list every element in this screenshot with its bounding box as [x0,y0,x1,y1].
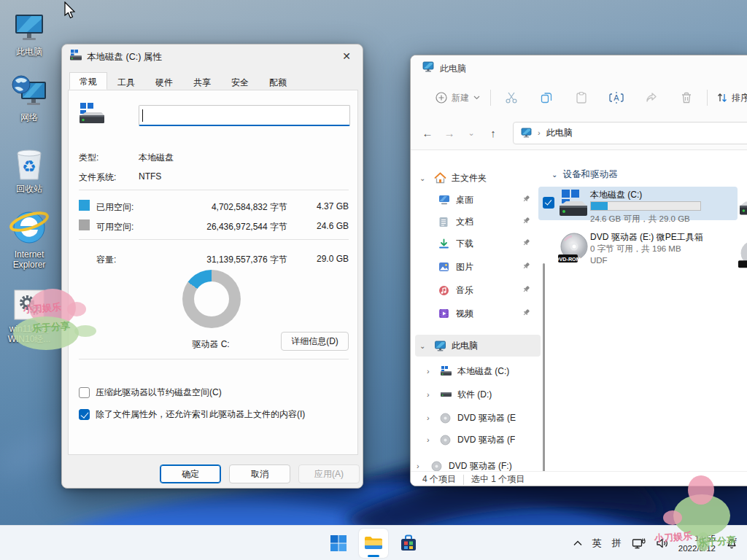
start-button[interactable] [324,529,353,558]
tab-sharing[interactable]: 共享 [183,73,221,90]
volume-icon[interactable] [651,529,674,558]
ok-button[interactable]: 确定 [160,464,221,483]
compress-checkbox[interactable] [79,387,90,398]
network-icon[interactable] [627,529,651,558]
explorer-status-bar: 4 个项目 选中 1 个项目 [411,471,747,486]
taskbar-file-explorer-button[interactable] [359,529,388,558]
sidebar-item-dvd-f[interactable]: › DVD 驱动器 (F [411,429,546,451]
sidebar-scrollbar[interactable] [543,263,545,471]
volume-label-input[interactable] [139,105,350,126]
chevron-collapsed-icon[interactable]: › [427,390,430,399]
taskbar-clock[interactable]: 14:55 2022/8/12 [674,533,720,553]
sidebar-item-videos[interactable]: 视频 [411,303,546,324]
explorer-chrome: 此电脑 新建 A 排序 [411,55,747,150]
sidebar-item-dvd-e[interactable]: › DVD 驱动器 (E [411,407,546,429]
chevron-collapsed-icon[interactable]: › [427,413,430,422]
taskbar-store-button[interactable] [394,529,423,558]
clock-date: 2022/8/12 [678,543,716,553]
sort-button-label: 排序 [732,92,747,104]
free-space-bytes: 26,436,972,544 字节 [206,221,287,233]
pin-icon [522,308,530,316]
rename-button[interactable]: A [599,85,634,110]
clipped-dvd-item[interactable] [738,239,747,270]
delete-button[interactable] [669,85,704,110]
sidebar-item-drive-d[interactable]: › 软件 (D:) [411,384,546,405]
close-icon[interactable]: ✕ [339,49,354,63]
details-button[interactable]: 详细信息(D) [281,332,349,351]
tab-tools[interactable]: 工具 [107,73,145,90]
drive-item-dvd-e[interactable]: DVD-ROM DVD 驱动器 (E:) 微PE工具箱 0 字节 可用，共 19… [538,229,738,274]
notification-bell-icon[interactable]: z [720,529,747,558]
chevron-expanded-icon[interactable]: ⌄ [419,342,425,350]
desktop-icon-this-pc[interactable]: 此电脑 [1,9,57,57]
selected-checkbox[interactable] [543,197,554,209]
compress-checkbox-row[interactable]: 压缩此驱动器以节约磁盘空间(C) [79,386,222,399]
svg-text:z: z [735,537,737,542]
chevron-collapsed-icon[interactable]: › [427,367,430,376]
sidebar-item-pictures[interactable]: 图片 [411,256,546,278]
back-button[interactable]: ← [417,122,438,144]
chevron-expanded-icon: ⌄ [551,171,557,179]
chevron-expanded-icon[interactable]: ⌄ [419,174,425,182]
share-button[interactable] [634,85,669,110]
drive-usage-fill [591,202,608,210]
desktop-icon-label: 网络 [1,112,57,122]
copy-icon [540,91,553,104]
filesystem-value: NTFS [139,171,161,182]
sidebar-item-this-pc[interactable]: ⌄ 此电脑 [415,335,541,357]
chevron-collapsed-icon[interactable]: › [417,462,419,470]
sidebar-item-label: 本地磁盘 (C:) [457,365,509,378]
history-chevron-button[interactable]: ⌄ [460,122,482,144]
new-button[interactable]: 新建 [428,85,487,110]
clock-time: 14:55 [678,533,716,543]
clipped-drive-item[interactable] [738,192,747,217]
capacity-label: 容量: [96,254,116,266]
sidebar-item-home[interactable]: ⌄ 主文件夹 [411,167,546,189]
hidden-icons-chevron[interactable] [568,529,587,558]
tab-quota[interactable]: 配额 [259,73,297,90]
paste-button[interactable] [564,85,599,110]
up-button[interactable]: ↑ [482,122,504,144]
cut-button[interactable] [494,85,529,110]
desktop-icon-win11-restore[interactable]: win11恢复WIN10经... [1,286,57,344]
drive-icon [440,392,452,397]
pin-icon [522,217,530,225]
desktop-icon-network[interactable]: 网络 [1,74,57,122]
index-checkbox-row[interactable]: 除了文件属性外，还允许索引此驱动器上文件的内容(I) [79,408,305,421]
sidebar-item-downloads[interactable]: 下载 [411,233,546,254]
mouse-cursor [63,1,77,20]
group-header-devices-drives[interactable]: ⌄ 设备和驱动器 [551,168,617,181]
copy-button[interactable] [529,85,564,110]
tab-general[interactable]: 常规 [69,72,107,90]
ime-language-pinyin[interactable]: 拼 [607,529,627,558]
desktop-icon-recycle-bin[interactable]: ♻ 回收站 [1,146,57,194]
sort-button[interactable]: 排序 [711,85,747,110]
sidebar-item-drive-c[interactable]: › 本地磁盘 (C:) [411,360,546,382]
address-bar[interactable]: › 此电脑 [513,122,747,144]
tab-security[interactable]: 安全 [221,73,259,90]
sidebar-item-label: 音乐 [456,284,473,297]
index-checkbox[interactable] [79,409,90,420]
forward-button[interactable]: → [438,122,460,144]
sidebar-item-desktop[interactable]: 桌面 [411,189,546,211]
free-space-legend-swatch [79,219,90,230]
sort-arrows-icon [716,92,728,104]
sidebar-item-documents[interactable]: 文档 [411,211,546,233]
sidebar-item-music[interactable]: 音乐 [411,279,546,301]
home-icon [434,172,446,184]
chevron-collapsed-icon[interactable]: › [427,435,430,444]
drive-info: 0 字节 可用，共 196 MB [590,244,681,254]
pictures-icon [438,262,449,272]
plus-circle-icon [436,92,447,104]
desktop-icon-internet-explorer[interactable]: InternetExplorer [1,211,57,270]
breadcrumb-this-pc[interactable]: 此电脑 [546,127,573,139]
trash-icon [680,91,693,104]
tab-hardware[interactable]: 硬件 [145,73,183,90]
ime-language-english[interactable]: 英 [587,529,607,558]
cancel-button[interactable]: 取消 [229,464,290,483]
dialog-titlebar[interactable]: 本地磁盘 (C:) 属性 ✕ [62,44,363,68]
apply-button[interactable]: 应用(A) [298,464,360,483]
drive-item-c[interactable]: 本地磁盘 (C:) 24.6 GB 可用，共 29.0 GB [538,187,738,220]
music-icon [438,285,449,296]
sidebar-item-dvd-extra[interactable]: › DVD 驱动器 (F:) [411,455,546,471]
